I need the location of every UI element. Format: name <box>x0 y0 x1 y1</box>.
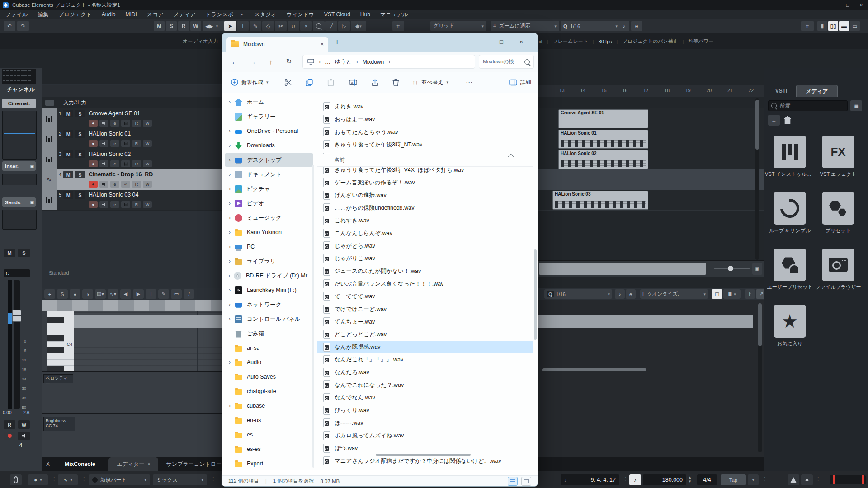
white-key[interactable] <box>47 323 74 329</box>
position-display[interactable]: ♩9. 4. 4. 17 <box>561 474 619 485</box>
media-tile-fx[interactable]: FX <box>822 136 854 168</box>
black-key[interactable] <box>47 317 64 323</box>
chevron-right-icon[interactable]: › <box>225 215 235 221</box>
maximize-icon[interactable]: □ <box>841 0 854 9</box>
explorer-search-input[interactable]: Mixdownの検 <box>479 55 534 69</box>
sidebar-scrollbar[interactable] <box>312 165 314 468</box>
quantize-panel-icon[interactable]: e <box>631 21 642 31</box>
chevron-right-icon[interactable]: › <box>225 244 235 250</box>
tap-tempo-button[interactable]: Tap <box>721 474 746 485</box>
chevron-right-icon[interactable]: › <box>225 316 235 322</box>
chevron-right-icon[interactable]: › <box>225 359 235 366</box>
quantize-combo[interactable]: Q1/16▾ <box>561 21 620 31</box>
automation-w-button[interactable]: W <box>190 21 201 31</box>
media-search-input[interactable]: 検索 <box>768 100 848 111</box>
sidebar-item-ミュージック[interactable]: ›ミュージック <box>225 211 313 225</box>
file-row[interactable]: だいぶ音量バランス良くなった！！！.wav <box>317 277 533 290</box>
editor-edit-icon[interactable]: e <box>626 289 636 299</box>
file-row[interactable]: じゃがりこ.wav <box>317 252 533 265</box>
erase-tool[interactable]: ◇ <box>262 21 274 31</box>
chevron-right-icon[interactable]: › <box>225 200 235 206</box>
snap-icon[interactable]: ⌗ <box>392 21 404 31</box>
media-back-icon[interactable]: ← <box>768 115 780 126</box>
sidebar-item-Export[interactable]: Export <box>225 457 313 470</box>
strip-read-button[interactable]: R <box>4 420 15 429</box>
tab-mixconsole[interactable]: MixConsole <box>55 457 105 471</box>
project-vscroll[interactable] <box>755 98 760 260</box>
sidebar-item-cubase[interactable]: ›cubase <box>225 399 313 413</box>
list-scrollbar[interactable] <box>534 249 537 340</box>
metronome-icon[interactable] <box>788 474 799 485</box>
section-dots[interactable]: ⋮ <box>81 476 87 482</box>
file-row[interactable]: ジュースのふたが開かない！.wav <box>317 265 533 277</box>
indicate-transpose-icon[interactable]: ⊦ <box>745 289 755 299</box>
strip-solo-button[interactable]: S <box>18 249 30 257</box>
piano-keyboard[interactable]: C4 <box>47 311 74 371</box>
file-row[interactable]: これすき.wav <box>317 214 533 227</box>
sidebar-item-es[interactable]: es <box>225 428 313 441</box>
sort-ascending-chevron-icon[interactable] <box>508 154 514 160</box>
tempo-track-icon[interactable]: ♪ <box>629 474 641 485</box>
record-icon[interactable]: ● <box>70 289 80 299</box>
metronome-setup-gear-icon[interactable] <box>801 474 813 485</box>
back-icon[interactable]: ← <box>228 55 241 68</box>
tempo-display[interactable]: 180.000 <box>643 474 686 485</box>
list-hscroll-thumb[interactable] <box>376 454 471 456</box>
automation-s-button[interactable]: S <box>166 21 177 31</box>
play-tool[interactable]: ▷ <box>338 21 350 31</box>
split-tool[interactable]: ✂ <box>275 21 287 31</box>
white-key[interactable] <box>47 311 74 317</box>
icon-view-toggle-icon[interactable] <box>521 477 531 486</box>
strip-monitor-button[interactable] <box>18 432 30 440</box>
snap-icon[interactable]: S <box>57 289 68 299</box>
sidebar-item-ar-sa[interactable]: ar-sa <box>225 341 313 355</box>
delete-icon[interactable] <box>389 76 402 89</box>
white-key[interactable]: C4 <box>47 341 74 347</box>
automation-m-button[interactable]: M <box>154 21 165 31</box>
section-dots[interactable]: ⋮ <box>211 476 216 482</box>
midi-clip[interactable]: Groove Agent SE 01 <box>558 109 648 128</box>
menu-MIDI[interactable]: MIDI <box>126 11 137 18</box>
sidebar-item-en-us[interactable]: en-us <box>225 413 313 427</box>
editor-ruler[interactable] <box>42 300 222 311</box>
breadcrumb[interactable]: › … ゆうと › Mixdown › <box>302 55 475 69</box>
sidebar-item-Audio[interactable]: ›Audio <box>225 356 313 369</box>
file-row[interactable]: てーててて.wav <box>317 290 533 303</box>
new-button[interactable]: 新規作成▾ <box>228 76 271 89</box>
close-icon[interactable]: × <box>854 0 868 9</box>
sidebar-item-ギャラリー[interactable]: ギャラリー <box>225 110 313 123</box>
file-row[interactable]: なんでこれになった？.wav <box>317 379 533 391</box>
sidebar-item-ビデオ[interactable]: ›ビデオ <box>225 197 313 210</box>
explorer-tab[interactable]: Mixdown × <box>226 37 328 52</box>
file-row[interactable]: でけでけこーど.wav <box>317 303 533 315</box>
media-tile-instrument-keys[interactable] <box>774 136 806 168</box>
list-view-toggle-icon[interactable] <box>508 477 518 486</box>
automation-r-button[interactable]: R <box>178 21 189 31</box>
midi-clip[interactable]: HALion Sonic 02 <box>558 150 648 169</box>
left-zone-toggle-icon[interactable]: ▮ <box>817 21 827 31</box>
channel-name-button[interactable]: Cinemat. <box>2 99 36 108</box>
menu-ウィンドウ[interactable]: ウィンドウ <box>287 11 314 19</box>
file-row[interactable]: きゅうり食ってた午後3時_NT.wav <box>317 138 533 151</box>
menu-編集[interactable]: 編集 <box>38 11 48 19</box>
chevron-right-icon[interactable]: › <box>225 99 235 105</box>
breadcrumb-folder[interactable]: Mixdown <box>363 59 384 65</box>
paste-icon[interactable] <box>324 76 337 89</box>
new-tab-icon[interactable]: + <box>335 38 339 46</box>
explorer-maximize-icon[interactable]: □ <box>491 34 511 49</box>
sidebar-item-ライブラリ[interactable]: ›ライブラリ <box>225 254 313 268</box>
menu-プロジェクト[interactable]: プロジェクト <box>58 11 92 19</box>
object-selection-tool[interactable]: ➤ <box>224 21 236 31</box>
media-home-icon[interactable] <box>783 116 792 124</box>
tab-media[interactable]: メディア <box>796 85 838 97</box>
file-row[interactable]: なんだこれ「」「」」.wav <box>317 353 533 366</box>
tab-channel[interactable]: チャンネル <box>0 86 42 94</box>
track-layers-combo[interactable]: ≣▾ <box>723 289 741 299</box>
file-row[interactable]: げんざいの進捗.wav <box>317 189 533 202</box>
lower-zone-toggle-icon[interactable]: ▯▯ <box>828 21 838 31</box>
file-row[interactable]: びっくり.wav <box>317 404 533 417</box>
zoom-preset-icon[interactable]: ▣ <box>752 263 762 275</box>
white-key[interactable] <box>47 359 74 366</box>
breadcrumb-ellipsis[interactable]: … <box>325 59 330 65</box>
wave-combo[interactable]: ∿▾ <box>108 289 118 299</box>
